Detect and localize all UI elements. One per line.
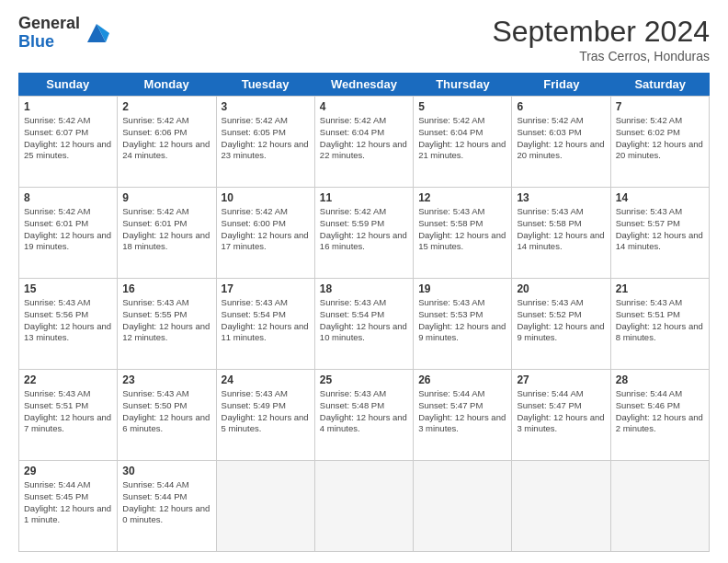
logo-general: General xyxy=(18,15,80,33)
calendar-cell xyxy=(315,461,414,551)
day-number: 24 xyxy=(222,373,310,386)
calendar-cell: 15Sunrise: 5:43 AMSunset: 5:56 PMDayligh… xyxy=(19,279,118,369)
calendar-cell: 28Sunrise: 5:44 AMSunset: 5:46 PMDayligh… xyxy=(611,370,710,460)
calendar-cell: 18Sunrise: 5:43 AMSunset: 5:54 PMDayligh… xyxy=(315,279,414,369)
header-right: September 2024 Tras Cerros, Honduras xyxy=(492,15,710,63)
day-info: Sunrise: 5:44 AMSunset: 5:44 PMDaylight:… xyxy=(122,479,210,526)
day-number: 11 xyxy=(320,191,408,204)
calendar-header-cell: Monday xyxy=(117,73,215,96)
calendar-cell xyxy=(512,461,610,551)
calendar-cell: 13Sunrise: 5:43 AMSunset: 5:58 PMDayligh… xyxy=(512,188,610,278)
day-info: Sunrise: 5:43 AMSunset: 5:54 PMDaylight:… xyxy=(320,297,408,344)
calendar-header-cell: Sunday xyxy=(18,73,117,96)
day-number: 21 xyxy=(616,282,704,295)
day-info: Sunrise: 5:43 AMSunset: 5:48 PMDaylight:… xyxy=(320,388,408,435)
calendar-cell: 12Sunrise: 5:43 AMSunset: 5:58 PMDayligh… xyxy=(414,188,512,278)
day-info: Sunrise: 5:43 AMSunset: 5:56 PMDaylight:… xyxy=(24,297,112,344)
day-info: Sunrise: 5:42 AMSunset: 6:01 PMDaylight:… xyxy=(24,206,112,253)
day-info: Sunrise: 5:44 AMSunset: 5:47 PMDaylight:… xyxy=(418,388,506,435)
calendar-row: 1Sunrise: 5:42 AMSunset: 6:07 PMDaylight… xyxy=(19,96,710,187)
calendar-cell: 19Sunrise: 5:43 AMSunset: 5:53 PMDayligh… xyxy=(414,279,512,369)
day-number: 28 xyxy=(616,373,704,386)
day-number: 10 xyxy=(222,191,310,204)
day-number: 27 xyxy=(517,373,605,386)
day-info: Sunrise: 5:43 AMSunset: 5:53 PMDaylight:… xyxy=(418,297,506,344)
day-number: 18 xyxy=(320,282,408,295)
day-info: Sunrise: 5:42 AMSunset: 5:59 PMDaylight:… xyxy=(320,206,408,253)
calendar-cell: 11Sunrise: 5:42 AMSunset: 5:59 PMDayligh… xyxy=(315,188,414,278)
calendar-cell: 26Sunrise: 5:44 AMSunset: 5:47 PMDayligh… xyxy=(414,370,512,460)
calendar-row: 29Sunrise: 5:44 AMSunset: 5:45 PMDayligh… xyxy=(19,460,710,551)
day-number: 3 xyxy=(222,100,310,113)
day-number: 5 xyxy=(418,100,506,113)
logo-blue: Blue xyxy=(18,33,80,52)
day-info: Sunrise: 5:43 AMSunset: 5:50 PMDaylight:… xyxy=(122,388,210,435)
day-number: 26 xyxy=(418,373,506,386)
day-info: Sunrise: 5:42 AMSunset: 6:01 PMDaylight:… xyxy=(122,206,210,253)
day-info: Sunrise: 5:44 AMSunset: 5:46 PMDaylight:… xyxy=(616,388,704,435)
logo: General Blue xyxy=(18,15,109,52)
calendar-cell: 5Sunrise: 5:42 AMSunset: 6:04 PMDaylight… xyxy=(414,97,512,187)
day-number: 16 xyxy=(122,282,210,295)
calendar-cell: 8Sunrise: 5:42 AMSunset: 6:01 PMDaylight… xyxy=(19,188,118,278)
location: Tras Cerros, Honduras xyxy=(492,49,710,63)
day-number: 30 xyxy=(122,465,210,477)
header: General Blue September 2024 Tras Cerros,… xyxy=(18,15,710,63)
day-info: Sunrise: 5:42 AMSunset: 6:03 PMDaylight:… xyxy=(517,115,605,162)
day-number: 17 xyxy=(222,282,310,295)
calendar-cell: 9Sunrise: 5:42 AMSunset: 6:01 PMDaylight… xyxy=(118,188,216,278)
day-number: 23 xyxy=(122,373,210,386)
calendar-cell: 3Sunrise: 5:42 AMSunset: 6:05 PMDaylight… xyxy=(217,97,315,187)
day-number: 1 xyxy=(24,100,112,113)
calendar-cell: 14Sunrise: 5:43 AMSunset: 5:57 PMDayligh… xyxy=(611,188,710,278)
calendar-cell: 2Sunrise: 5:42 AMSunset: 6:06 PMDaylight… xyxy=(118,97,216,187)
calendar-cell: 16Sunrise: 5:43 AMSunset: 5:55 PMDayligh… xyxy=(118,279,216,369)
day-number: 12 xyxy=(418,191,506,204)
calendar-cell: 25Sunrise: 5:43 AMSunset: 5:48 PMDayligh… xyxy=(315,370,414,460)
logo-icon xyxy=(84,20,109,46)
day-number: 7 xyxy=(616,100,704,113)
day-info: Sunrise: 5:42 AMSunset: 6:00 PMDaylight:… xyxy=(222,206,310,253)
calendar-header-cell: Thursday xyxy=(414,73,512,96)
calendar-cell: 29Sunrise: 5:44 AMSunset: 5:45 PMDayligh… xyxy=(19,461,118,551)
day-info: Sunrise: 5:43 AMSunset: 5:49 PMDaylight:… xyxy=(222,388,310,435)
calendar-header-cell: Saturday xyxy=(611,73,710,96)
calendar-header-cell: Friday xyxy=(512,73,610,96)
calendar-cell: 23Sunrise: 5:43 AMSunset: 5:50 PMDayligh… xyxy=(118,370,216,460)
calendar-header-cell: Wednesday xyxy=(314,73,413,96)
day-info: Sunrise: 5:43 AMSunset: 5:57 PMDaylight:… xyxy=(616,206,704,253)
day-info: Sunrise: 5:42 AMSunset: 6:05 PMDaylight:… xyxy=(222,115,310,162)
calendar-cell: 21Sunrise: 5:43 AMSunset: 5:51 PMDayligh… xyxy=(611,279,710,369)
calendar-row: 22Sunrise: 5:43 AMSunset: 5:51 PMDayligh… xyxy=(19,369,710,460)
day-number: 13 xyxy=(517,191,605,204)
day-info: Sunrise: 5:43 AMSunset: 5:55 PMDaylight:… xyxy=(122,297,210,344)
day-info: Sunrise: 5:43 AMSunset: 5:54 PMDaylight:… xyxy=(222,297,310,344)
calendar-cell: 10Sunrise: 5:42 AMSunset: 6:00 PMDayligh… xyxy=(217,188,315,278)
calendar-cell xyxy=(217,461,315,551)
calendar-cell: 22Sunrise: 5:43 AMSunset: 5:51 PMDayligh… xyxy=(19,370,118,460)
logo-text: General Blue xyxy=(18,15,80,52)
day-info: Sunrise: 5:43 AMSunset: 5:58 PMDaylight:… xyxy=(418,206,506,253)
day-info: Sunrise: 5:43 AMSunset: 5:52 PMDaylight:… xyxy=(517,297,605,344)
calendar-cell: 27Sunrise: 5:44 AMSunset: 5:47 PMDayligh… xyxy=(512,370,610,460)
calendar-row: 15Sunrise: 5:43 AMSunset: 5:56 PMDayligh… xyxy=(19,278,710,369)
day-number: 8 xyxy=(24,191,112,204)
calendar-cell xyxy=(414,461,512,551)
day-info: Sunrise: 5:42 AMSunset: 6:07 PMDaylight:… xyxy=(24,115,112,162)
day-info: Sunrise: 5:43 AMSunset: 5:51 PMDaylight:… xyxy=(616,297,704,344)
calendar-cell xyxy=(611,461,710,551)
calendar-body: 1Sunrise: 5:42 AMSunset: 6:07 PMDaylight… xyxy=(18,96,710,552)
calendar-cell: 30Sunrise: 5:44 AMSunset: 5:44 PMDayligh… xyxy=(118,461,216,551)
day-number: 6 xyxy=(517,100,605,113)
day-number: 20 xyxy=(517,282,605,295)
calendar-cell: 24Sunrise: 5:43 AMSunset: 5:49 PMDayligh… xyxy=(217,370,315,460)
day-number: 15 xyxy=(24,282,112,295)
day-info: Sunrise: 5:43 AMSunset: 5:51 PMDaylight:… xyxy=(24,388,112,435)
calendar-row: 8Sunrise: 5:42 AMSunset: 6:01 PMDaylight… xyxy=(19,187,710,278)
day-number: 25 xyxy=(320,373,408,386)
calendar-cell: 1Sunrise: 5:42 AMSunset: 6:07 PMDaylight… xyxy=(19,97,118,187)
day-info: Sunrise: 5:42 AMSunset: 6:04 PMDaylight:… xyxy=(320,115,408,162)
day-info: Sunrise: 5:42 AMSunset: 6:04 PMDaylight:… xyxy=(418,115,506,162)
day-number: 19 xyxy=(418,282,506,295)
page: General Blue September 2024 Tras Cerros,… xyxy=(0,0,728,563)
